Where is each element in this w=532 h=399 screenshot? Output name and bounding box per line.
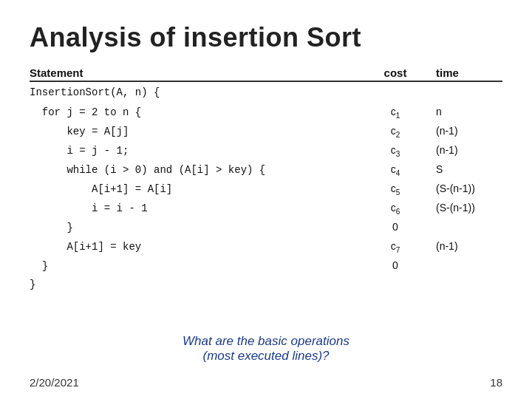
code-text: } — [30, 220, 362, 236]
table-row: for j = 2 to n {c1n — [30, 104, 502, 123]
table-row: i = i - 1c6(S-(n-1)) — [30, 200, 502, 219]
header-statement: Statement — [30, 66, 362, 79]
time-cell: (n-1) — [429, 143, 502, 158]
table-row: i = j - 1;c3(n-1) — [30, 143, 502, 162]
cost-cell: c6 — [362, 200, 429, 217]
table-row: while (i > 0) and (A[i] > key) {c4S — [30, 162, 502, 181]
code-text: InsertionSort(A, n) { — [30, 85, 362, 100]
table-header: Statement cost time — [30, 66, 502, 82]
bottom-note: What are the basic operations(most execu… — [30, 334, 502, 364]
header-cost: cost — [362, 66, 429, 79]
code-text: } — [30, 277, 362, 293]
table-area: Statement cost time InsertionSort(A, n) … — [30, 66, 502, 296]
cost-cell: c5 — [362, 181, 429, 198]
header-time: time — [429, 66, 502, 79]
code-text: key = A[j] — [30, 124, 362, 140]
time-cell: (n-1) — [429, 123, 502, 139]
time-cell: (S-(n-1)) — [429, 200, 502, 216]
slide-title: Analysis of insertion Sort — [30, 22, 502, 53]
table-row: } — [30, 277, 502, 296]
time-cell: (n-1) — [429, 239, 502, 254]
table-row: }0 — [30, 258, 502, 277]
date-label: 2/20/2021 — [30, 376, 79, 389]
table-row: A[i+1] = keyc7(n-1) — [30, 239, 502, 258]
slide-number: 18 — [490, 376, 502, 389]
code-text: i = i - 1 — [30, 201, 362, 216]
code-text: while (i > 0) and (A[i] > key) { — [30, 163, 362, 178]
bottom-note-text: What are the basic operations(most execu… — [183, 334, 349, 363]
table-row: InsertionSort(A, n) { — [30, 85, 502, 104]
cost-cell: 0 — [362, 258, 429, 273]
time-cell: (S-(n-1)) — [429, 181, 502, 197]
code-text: A[i+1] = key — [30, 239, 362, 255]
code-text: i = j - 1; — [30, 143, 362, 159]
cost-cell: c3 — [362, 143, 429, 160]
code-text: A[i+1] = A[i] — [30, 182, 362, 197]
cost-cell: c1 — [362, 104, 429, 121]
cost-cell: 0 — [362, 219, 429, 235]
table-row: }0 — [30, 219, 502, 239]
cost-cell: c2 — [362, 123, 429, 140]
table-row: A[i+1] = A[i]c5(S-(n-1)) — [30, 181, 502, 200]
code-rows: InsertionSort(A, n) { for j = 2 to n {c1… — [30, 85, 502, 296]
code-text: } — [30, 259, 362, 274]
slide-container: Analysis of insertion Sort Statement cos… — [0, 0, 532, 399]
time-cell: S — [429, 162, 502, 177]
time-cell: n — [429, 104, 502, 120]
cost-cell: c4 — [362, 162, 429, 179]
table-row: key = A[j]c2(n-1) — [30, 123, 502, 143]
code-text: for j = 2 to n { — [30, 105, 362, 120]
cost-cell: c7 — [362, 239, 429, 256]
